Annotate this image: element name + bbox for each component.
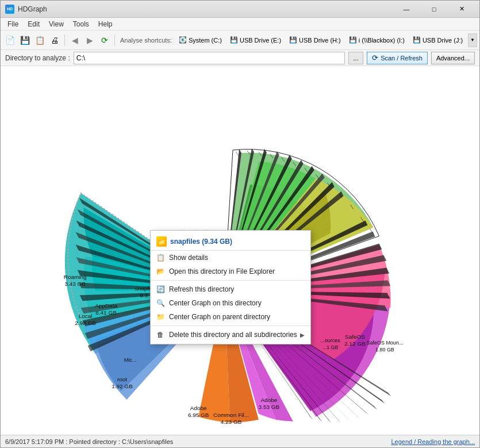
title-bar: HD HDGraph — □ ✕ [1, 1, 479, 18]
menu-edit[interactable]: Edit [23, 19, 44, 29]
status-text: 6/9/2017 5:17:09 PM : Pointed directory … [5, 438, 173, 445]
scan-label: Scan / Refresh [381, 55, 423, 62]
ctx-refresh[interactable]: 🔄 Refresh this directory [151, 282, 310, 296]
analyse-label: Analyse shortcuts: [120, 37, 172, 44]
scan-refresh-button[interactable]: ⟳ Scan / Refresh [367, 52, 428, 64]
ctx-separator1 [151, 280, 310, 281]
ctx-delete[interactable]: 🗑 Delete this directory and all subdirec… [151, 328, 310, 342]
shortcut-label: USB Drive (H:) [299, 37, 341, 44]
minimize-button[interactable]: — [393, 3, 420, 15]
ctx-open-explorer[interactable]: 📂 Open this directory in File Explorer [151, 265, 310, 278]
delete-icon: 🗑 [155, 330, 166, 340]
svg-text:root: root [117, 376, 127, 382]
app-icon-text: HD [7, 7, 13, 11]
shortcut-system-c[interactable]: 💽 System (C:) [175, 35, 225, 45]
toolbar: 📄 💾 📋 🖨 ◀ ▶ ⟳ Analyse shortcuts: 💽 Syste… [1, 30, 479, 50]
ctx-center-parent-label: Center Graph on parent directory [169, 313, 270, 321]
svg-text:3.53 GB: 3.53 GB [259, 404, 280, 410]
browse-button[interactable]: ... [348, 52, 363, 64]
drive-icon: 💾 [413, 36, 421, 44]
new-button[interactable]: 📄 [3, 33, 17, 47]
svg-text:SafeOS Moun...: SafeOS Moun... [366, 340, 403, 346]
app-icon: HD [5, 5, 14, 14]
refresh-icon: ⟳ [372, 53, 378, 62]
details-icon: 📋 [155, 252, 166, 263]
ctx-separator2 [151, 326, 310, 326]
ctx-show-details-label: Show details [169, 254, 208, 262]
print-button[interactable]: 🖨 [48, 33, 62, 47]
shortcut-blackbox[interactable]: 💾 i (\\Blackbox) (I:) [345, 35, 408, 45]
svg-text:3.43 GB: 3.43 GB [64, 281, 86, 287]
refresh-button[interactable]: ⟳ [98, 33, 112, 47]
main-window: HD HDGraph — □ ✕ File Edit View Tools He… [0, 0, 480, 448]
window-title: HDGraph [18, 5, 393, 13]
parent-folder-icon: 📁 [155, 312, 166, 322]
copy-button[interactable]: 📋 [33, 33, 47, 47]
ctx-refresh-label: Refresh this directory [169, 285, 234, 293]
ctx-delete-label: Delete this directory and all subdirecto… [169, 331, 297, 339]
folder-icon: 📁 [156, 236, 167, 247]
svg-text:SafeOS: SafeOS [345, 334, 365, 340]
svg-text:2.98 GB: 2.98 GB [75, 320, 96, 326]
context-menu: 📁 snapfiles (9.34 GB) 📋 Show details 📂 O… [150, 230, 311, 344]
svg-text:Common Fil...: Common Fil... [213, 412, 249, 418]
close-button[interactable]: ✕ [448, 3, 475, 15]
svg-text:6.41 GB: 6.41 GB [95, 309, 117, 316]
svg-text:Adobe: Adobe [260, 397, 277, 403]
svg-text:4.23 GB: 4.23 GB [221, 419, 242, 425]
svg-text:Local: Local [79, 313, 93, 319]
window-controls: — □ ✕ [393, 3, 475, 15]
shortcuts-dropdown[interactable]: ▼ [468, 33, 477, 47]
svg-text:1.80 GB: 1.80 GB [375, 347, 394, 353]
shortcut-label: System (C:) [189, 37, 222, 44]
menu-file[interactable]: File [3, 19, 23, 29]
context-menu-header: 📁 snapfiles (9.34 GB) [151, 233, 310, 251]
menu-bar: File Edit View Tools Help [1, 18, 479, 30]
back-button[interactable]: ◀ [68, 33, 82, 47]
svg-text:Roaming: Roaming [64, 274, 87, 280]
ctx-center-graph-label: Center Graph on this directory [169, 299, 262, 307]
center-graph-icon: 🔍 [155, 298, 166, 308]
svg-text:1.92 GB: 1.92 GB [112, 383, 133, 389]
separator [64, 35, 65, 46]
ctx-center-parent[interactable]: 📁 Center Graph on parent directory [151, 310, 310, 324]
drive-icon: 💾 [230, 36, 238, 44]
svg-text:Mic...: Mic... [124, 357, 136, 363]
advanced-button[interactable]: Advanced... [431, 52, 475, 64]
separator2 [114, 35, 115, 46]
address-label: Directory to analyze : [5, 54, 70, 62]
menu-tools[interactable]: Tools [68, 19, 94, 29]
shortcut-label: USB Drive (E:) [240, 37, 281, 44]
status-bar: 6/9/2017 5:17:09 PM : Pointed directory … [1, 435, 479, 447]
save-button[interactable]: 💾 [18, 33, 32, 47]
legend-link[interactable]: Legend / Reading the graph... [391, 438, 475, 445]
ctx-open-explorer-label: Open this directory in File Explorer [169, 267, 275, 275]
forward-button[interactable]: ▶ [83, 33, 97, 47]
shortcut-usb-h[interactable]: 💾 USB Drive (H:) [286, 35, 344, 45]
refresh-icon: 🔄 [155, 284, 166, 294]
shortcut-usb-e[interactable]: 💾 USB Drive (E:) [226, 35, 285, 45]
svg-text:2.12 GB: 2.12 GB [344, 340, 366, 347]
main-area: HDGraph [1, 66, 479, 435]
address-bar: Directory to analyze : ... ⟳ Scan / Refr… [1, 50, 479, 66]
explorer-icon: 📂 [155, 266, 166, 277]
drive-icon: 💾 [349, 36, 357, 44]
svg-text:6.95 GB: 6.95 GB [188, 412, 209, 418]
menu-view[interactable]: View [44, 19, 68, 29]
drive-icon: 💽 [179, 36, 187, 44]
context-menu-title: snapfiles (9.34 GB) [170, 238, 232, 246]
maximize-button[interactable]: □ [421, 3, 447, 15]
toolbar-end: ▼ [468, 33, 477, 47]
shortcut-label: USB Drive (J:) [423, 37, 463, 44]
svg-text:AppData: AppData [95, 303, 117, 309]
svg-text:...ources: ...ources [320, 338, 340, 343]
menu-help[interactable]: Help [94, 19, 117, 29]
shortcut-usb-j[interactable]: 💾 USB Drive (J:) [409, 35, 466, 45]
shortcut-label: i (\\Blackbox) (I:) [359, 37, 405, 44]
drive-icon: 💾 [289, 36, 297, 44]
directory-input[interactable] [74, 52, 345, 64]
ctx-show-details[interactable]: 📋 Show details [151, 251, 310, 265]
ctx-center-graph[interactable]: 🔍 Center Graph on this directory [151, 296, 310, 310]
svg-text:Adobe: Adobe [190, 405, 207, 411]
submenu-arrow: ▶ [300, 332, 305, 338]
